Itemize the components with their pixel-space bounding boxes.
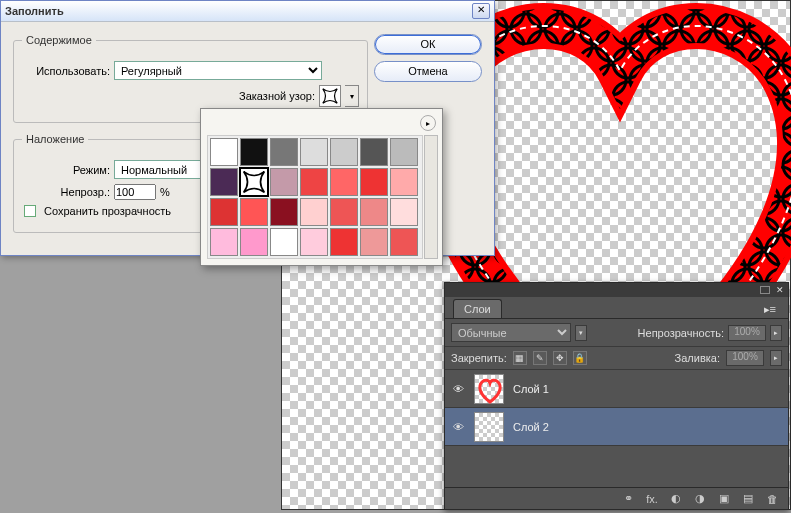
chevron-right-icon[interactable]: ▸ [770, 350, 782, 366]
link-layers-icon[interactable]: ⚭ [620, 492, 636, 506]
pattern-swatch[interactable] [300, 168, 328, 196]
pattern-swatch[interactable] [360, 138, 388, 166]
new-layer-icon[interactable]: ▤ [740, 492, 756, 506]
dialog-titlebar[interactable]: Заполнить ✕ [1, 1, 494, 22]
layer-thumbnail[interactable] [474, 412, 504, 442]
opacity-label: Непрозр.: [22, 186, 110, 198]
pattern-swatch[interactable] [330, 138, 358, 166]
flyout-menu-icon[interactable]: ▸ [420, 115, 436, 131]
layer-fx-icon[interactable]: fx. [644, 492, 660, 506]
adjustment-layer-icon[interactable]: ◑ [692, 492, 708, 506]
pattern-swatch[interactable] [270, 198, 298, 226]
pattern-swatch[interactable] [270, 138, 298, 166]
close-panel-icon[interactable]: ✕ [776, 285, 784, 295]
pattern-swatch[interactable] [240, 198, 268, 226]
lock-pixels-icon[interactable]: ✎ [533, 351, 547, 365]
pattern-swatch[interactable] [360, 228, 388, 256]
pattern-swatch[interactable] [210, 168, 238, 196]
pattern-swatch[interactable] [330, 228, 358, 256]
dialog-title: Заполнить [5, 5, 472, 17]
use-select[interactable]: Регулярный [114, 61, 322, 80]
pattern-picker-popup: ▸ [200, 108, 443, 266]
pattern-grid [207, 135, 423, 259]
layer-thumbnail[interactable] [474, 374, 504, 404]
pattern-swatch[interactable] [300, 138, 328, 166]
blend-mode-select[interactable]: Обычные [451, 323, 571, 342]
lock-label: Закрепить: [451, 352, 507, 364]
use-label: Использовать: [22, 65, 110, 77]
layer-name: Слой 1 [513, 383, 549, 395]
pattern-swatch[interactable] [210, 138, 238, 166]
pattern-swatch[interactable] [240, 138, 268, 166]
pattern-swatch[interactable] [300, 198, 328, 226]
layer-opacity-label: Непрозрачность: [638, 327, 724, 339]
pattern-swatch[interactable] [390, 228, 418, 256]
visibility-eye-icon[interactable]: 👁 [445, 383, 471, 395]
layers-panel: ✕ Слои ▸≡ Обычные ▾ Непрозрачность: 100%… [444, 282, 789, 510]
opacity-input[interactable] [114, 184, 156, 200]
layer-mask-icon[interactable]: ◐ [668, 492, 684, 506]
blending-legend: Наложение [22, 133, 88, 145]
pattern-scrollbar[interactable] [424, 135, 438, 259]
layer-name: Слой 2 [513, 421, 549, 433]
layers-footer: ⚭ fx. ◐ ◑ ▣ ▤ 🗑 [445, 487, 788, 509]
lock-all-icon[interactable]: 🔒 [573, 351, 587, 365]
pattern-swatch[interactable] [390, 198, 418, 226]
mode-label: Режим: [22, 164, 110, 176]
minimize-icon[interactable] [760, 286, 770, 294]
cancel-button[interactable]: Отмена [374, 61, 482, 82]
pattern-swatch[interactable] [300, 228, 328, 256]
pattern-swatch[interactable] [240, 228, 268, 256]
custom-pattern-label: Заказной узор: [239, 90, 315, 102]
lock-position-icon[interactable]: ✥ [553, 351, 567, 365]
pattern-swatch[interactable] [210, 228, 238, 256]
pattern-swatch[interactable] [210, 198, 238, 226]
layer-list: 👁Слой 1👁Слой 2 [445, 370, 788, 446]
panel-menu-icon[interactable]: ▸≡ [760, 301, 780, 318]
pattern-swatch[interactable] [330, 198, 358, 226]
pattern-swatch[interactable] [390, 138, 418, 166]
preserve-transparency-label: Сохранить прозрачность [44, 205, 171, 217]
pattern-swatch[interactable] [360, 198, 388, 226]
layer-row[interactable]: 👁Слой 2 [445, 408, 788, 446]
custom-pattern-preview[interactable] [319, 85, 341, 107]
percent-label: % [160, 186, 170, 198]
ok-button[interactable]: ОК [374, 34, 482, 55]
pattern-swatch[interactable] [390, 168, 418, 196]
lock-transparency-icon[interactable]: ▦ [513, 351, 527, 365]
preserve-transparency-checkbox[interactable] [24, 205, 36, 217]
pattern-swatch[interactable] [270, 168, 298, 196]
panel-controls: ✕ [445, 283, 788, 297]
pattern-swatch[interactable] [330, 168, 358, 196]
pattern-swatch[interactable] [270, 228, 298, 256]
close-icon[interactable]: ✕ [472, 3, 490, 19]
pattern-swatch[interactable] [240, 168, 268, 196]
chevron-right-icon[interactable]: ▸ [770, 325, 782, 341]
tab-layers[interactable]: Слои [453, 299, 502, 318]
fill-input[interactable]: 100% [726, 350, 764, 366]
chevron-down-icon[interactable]: ▾ [575, 325, 587, 341]
contents-legend: Содержимое [22, 34, 96, 46]
chevron-down-icon[interactable]: ▾ [345, 85, 359, 107]
layer-opacity-input[interactable]: 100% [728, 325, 766, 341]
visibility-eye-icon[interactable]: 👁 [445, 421, 471, 433]
fill-label: Заливка: [675, 352, 720, 364]
layer-row[interactable]: 👁Слой 1 [445, 370, 788, 408]
delete-layer-icon[interactable]: 🗑 [764, 492, 780, 506]
pattern-swatch[interactable] [360, 168, 388, 196]
new-group-icon[interactable]: ▣ [716, 492, 732, 506]
